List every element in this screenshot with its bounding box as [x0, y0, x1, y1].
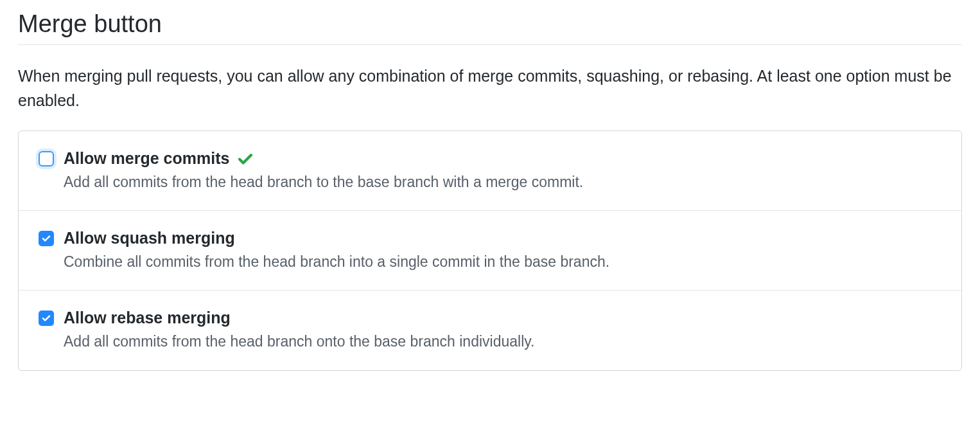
option-description: Add all commits from the head branch ont…	[64, 331, 942, 352]
option-title: Allow rebase merging	[64, 309, 231, 327]
option-body: Allow rebase merging Add all commits fro…	[64, 309, 942, 352]
option-title-line: Allow rebase merging	[64, 309, 942, 327]
option-title-line: Allow squash merging	[64, 229, 942, 248]
option-body: Allow merge commits Add all commits from…	[64, 149, 942, 192]
option-title: Allow merge commits	[64, 149, 229, 168]
option-squash-merging: Allow squash merging Combine all commits…	[19, 211, 961, 291]
option-description: Combine all commits from the head branch…	[64, 251, 942, 272]
saved-check-icon	[237, 150, 254, 167]
section-title-divider	[18, 44, 962, 45]
option-title-line: Allow merge commits	[64, 149, 942, 168]
checkbox-unchecked-icon	[39, 151, 54, 166]
checkbox-rebase-merging[interactable]	[38, 310, 55, 327]
checkbox-squash-merging[interactable]	[38, 230, 55, 247]
section-title: Merge button	[18, 10, 962, 38]
option-merge-commits: Allow merge commits Add all commits from…	[19, 131, 961, 211]
merge-options-list: Allow merge commits Add all commits from…	[18, 130, 962, 371]
checkbox-checked-icon	[39, 231, 54, 246]
option-description: Add all commits from the head branch to …	[64, 172, 942, 192]
checkbox-checked-icon	[39, 310, 54, 326]
option-body: Allow squash merging Combine all commits…	[64, 229, 942, 272]
section-description: When merging pull requests, you can allo…	[18, 64, 962, 113]
option-title: Allow squash merging	[64, 229, 235, 248]
merge-button-settings-section: Merge button When merging pull requests,…	[0, 0, 980, 390]
option-rebase-merging: Allow rebase merging Add all commits fro…	[19, 291, 961, 370]
checkbox-merge-commits[interactable]	[38, 150, 55, 167]
